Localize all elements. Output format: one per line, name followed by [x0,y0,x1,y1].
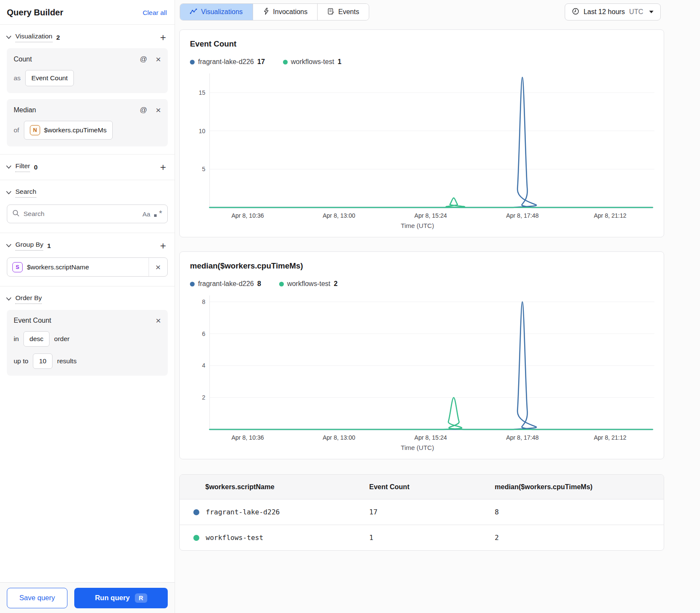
save-query-button[interactable]: Save query [7,588,67,608]
sidebar-scroll-area: Visualization 2 + Count @ × as Event Cou… [0,25,175,582]
caret-down-icon [649,11,653,13]
series-dot [190,282,195,286]
table-row[interactable]: fragrant-lake-d226 17 8 [180,499,664,525]
chart-title: median($workers.cpuTimeMs) [190,261,653,271]
filter-section: Filter 0 + [0,155,175,180]
regex-icon[interactable]: * [154,210,162,218]
result-limit-input[interactable]: 10 [33,353,52,369]
legend-series-value: 1 [338,58,341,66]
visualization-section-label[interactable]: Visualization [15,32,52,42]
script-name-cell: fragrant-lake-d226 [206,508,280,516]
alias-value: Event Count [31,74,67,82]
svg-text:Apr 8, 13:00: Apr 8, 13:00 [323,434,355,441]
chart-legend: fragrant-lake-d226 17 workflows-test 1 [190,58,653,66]
group-by-section: Group By 1 + S $workers.scriptName × [0,233,175,286]
chart-legend: fragrant-lake-d226 8 workflows-test 2 [190,280,653,288]
legend-item[interactable]: workflows-test 2 [279,280,338,288]
add-group-by-button[interactable]: + [160,242,166,249]
mention-icon[interactable]: @ [140,55,147,64]
tab-invocations[interactable]: Invocations [253,4,318,20]
svg-text:Apr 8, 21:12: Apr 8, 21:12 [594,212,626,219]
field-selector[interactable]: N $workers.cpuTimeMs [24,121,113,140]
legend-series-name: fragrant-lake-d226 [198,280,254,288]
event-count-chart: 51015Apr 8, 10:36Apr 8, 13:00Apr 8, 15:2… [190,70,654,220]
add-filter-button[interactable]: + [160,164,166,171]
add-visualization-button[interactable]: + [160,34,166,41]
shortcut-badge: R [135,593,147,603]
match-case-icon[interactable]: Aa [143,210,150,218]
results-table: $workers.scriptName Event Count median($… [179,474,664,551]
visualization-count: 2 [56,34,60,41]
mention-icon[interactable]: @ [140,106,147,114]
legend-series-name: fragrant-lake-d226 [198,58,254,66]
legend-item[interactable]: fragrant-lake-d226 8 [190,280,261,288]
order-by-card: Event Count × in desc order up to 10 res… [7,310,168,376]
table-header-row: $workers.scriptName Event Count median($… [180,475,664,499]
svg-text:Apr 8, 17:48: Apr 8, 17:48 [506,212,539,219]
sort-direction-select[interactable]: desc [23,331,50,347]
median-cell: 2 [469,534,664,542]
search-input[interactable] [23,210,139,218]
chevron-down-icon[interactable] [6,297,12,301]
svg-text:Apr 8, 21:12: Apr 8, 21:12 [594,434,626,441]
svg-text:10: 10 [198,128,205,134]
series-dot [283,60,288,64]
svg-text:8: 8 [202,298,205,305]
column-header-median[interactable]: median($workers.cpuTimeMs) [469,483,664,491]
number-type-icon: N [30,125,40,135]
group-by-count: 1 [47,242,51,250]
alias-field[interactable]: Event Count [25,70,73,86]
chevron-down-icon[interactable] [6,244,12,248]
remove-visualization-icon[interactable]: × [156,56,161,62]
series-dot [193,535,199,541]
svg-text:4: 4 [202,362,205,369]
main-content: Visualizations Invocations Events [175,0,700,613]
svg-text:Apr 8, 17:48: Apr 8, 17:48 [506,434,539,441]
table-row[interactable]: workflows-test 1 2 [180,525,664,550]
view-tabs: Visualizations Invocations Events [180,3,369,20]
of-label: of [14,126,19,134]
group-by-section-label[interactable]: Group By [15,241,43,251]
visualization-card-median: Median @ × of N $workers.cpuTimeMs [7,99,168,146]
string-type-icon: S [12,262,23,272]
chevron-down-icon[interactable] [6,165,12,169]
tab-label: Visualizations [201,8,243,16]
script-name-cell: workflows-test [206,534,263,542]
filter-section-label[interactable]: Filter [15,162,30,172]
lightning-icon [263,8,269,17]
event-count-cell: 1 [344,534,469,542]
series-dot [190,60,195,64]
legend-item[interactable]: workflows-test 1 [283,58,341,66]
field-name: $workers.cpuTimeMs [44,126,107,134]
time-range-selector[interactable]: Last 12 hours UTC [565,3,661,20]
up-to-label: up to [14,357,28,365]
clear-all-link[interactable]: Clear all [143,9,167,17]
chevron-down-icon[interactable] [6,35,12,39]
column-header-event-count[interactable]: Event Count [344,483,469,491]
chart-title: Event Count [190,39,653,49]
visualization-section: Visualization 2 + Count @ × as Event Cou… [0,25,175,155]
remove-order-by-icon[interactable]: × [156,318,161,324]
run-query-button[interactable]: Run query R [74,588,168,608]
search-section: Search Aa * [0,180,175,233]
order-by-section: Order By Event Count × in desc order up … [0,286,175,384]
search-section-label[interactable]: Search [15,188,36,198]
search-box: Aa * [7,204,168,223]
remove-visualization-icon[interactable]: × [156,107,161,113]
remove-group-by-button[interactable]: × [149,258,167,276]
tab-events[interactable]: Events [318,4,369,20]
legend-series-name: workflows-test [287,280,330,288]
order-by-section-label[interactable]: Order By [15,294,42,304]
results-label: results [57,357,77,365]
tab-visualizations[interactable]: Visualizations [180,4,253,20]
chevron-down-icon[interactable] [6,191,12,195]
series-dot [279,282,284,286]
group-by-item[interactable]: S $workers.scriptName × [7,257,168,277]
svg-text:15: 15 [198,89,205,96]
chart-line-icon [190,8,197,16]
order-by-field: Event Count [14,317,51,324]
svg-text:Apr 8, 13:00: Apr 8, 13:00 [323,212,355,219]
column-header-script-name[interactable]: $workers.scriptName [180,483,344,491]
legend-item[interactable]: fragrant-lake-d226 17 [190,58,265,66]
search-icon [12,210,20,219]
